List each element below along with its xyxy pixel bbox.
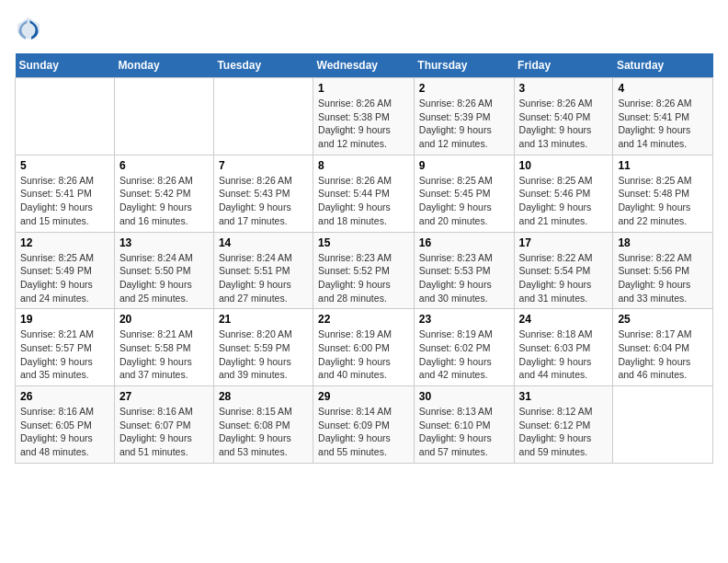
day-number: 30 bbox=[419, 390, 509, 403]
day-info: Sunrise: 8:17 AM Sunset: 6:04 PM Dayligh… bbox=[618, 327, 708, 382]
weekday-header-wednesday: Wednesday bbox=[313, 53, 415, 78]
calendar-cell: 10Sunrise: 8:25 AM Sunset: 5:46 PM Dayli… bbox=[514, 155, 613, 232]
day-number: 10 bbox=[519, 159, 609, 172]
day-number: 12 bbox=[20, 236, 109, 249]
day-info: Sunrise: 8:18 AM Sunset: 6:03 PM Dayligh… bbox=[519, 327, 609, 382]
calendar-cell: 3Sunrise: 8:26 AM Sunset: 5:40 PM Daylig… bbox=[514, 78, 613, 155]
day-number: 22 bbox=[318, 313, 409, 326]
calendar-cell: 28Sunrise: 8:15 AM Sunset: 6:08 PM Dayli… bbox=[213, 386, 313, 464]
day-number: 2 bbox=[419, 82, 509, 95]
day-number: 18 bbox=[618, 236, 708, 249]
calendar-cell: 27Sunrise: 8:16 AM Sunset: 6:07 PM Dayli… bbox=[114, 386, 213, 464]
day-info: Sunrise: 8:25 AM Sunset: 5:49 PM Dayligh… bbox=[20, 251, 109, 305]
day-number: 5 bbox=[20, 159, 109, 172]
day-number: 15 bbox=[318, 236, 409, 249]
day-number: 17 bbox=[519, 236, 609, 249]
calendar-cell: 6Sunrise: 8:26 AM Sunset: 5:42 PM Daylig… bbox=[114, 155, 213, 232]
day-info: Sunrise: 8:20 AM Sunset: 5:59 PM Dayligh… bbox=[219, 327, 308, 382]
day-info: Sunrise: 8:24 AM Sunset: 5:50 PM Dayligh… bbox=[119, 251, 209, 305]
day-info: Sunrise: 8:23 AM Sunset: 5:52 PM Dayligh… bbox=[318, 251, 409, 305]
day-info: Sunrise: 8:21 AM Sunset: 5:58 PM Dayligh… bbox=[119, 327, 209, 382]
day-number: 13 bbox=[119, 236, 209, 249]
day-number: 7 bbox=[219, 159, 308, 172]
weekday-header-tuesday: Tuesday bbox=[213, 53, 313, 78]
day-number: 27 bbox=[119, 390, 209, 403]
day-info: Sunrise: 8:13 AM Sunset: 6:10 PM Dayligh… bbox=[419, 405, 509, 459]
calendar-week-row: 12Sunrise: 8:25 AM Sunset: 5:49 PM Dayli… bbox=[16, 232, 713, 309]
day-info: Sunrise: 8:26 AM Sunset: 5:42 PM Dayligh… bbox=[119, 174, 209, 228]
calendar-week-row: 19Sunrise: 8:21 AM Sunset: 5:57 PM Dayli… bbox=[16, 309, 713, 386]
day-info: Sunrise: 8:24 AM Sunset: 5:51 PM Dayligh… bbox=[219, 251, 308, 305]
day-info: Sunrise: 8:15 AM Sunset: 6:08 PM Dayligh… bbox=[219, 405, 308, 459]
day-info: Sunrise: 8:19 AM Sunset: 6:00 PM Dayligh… bbox=[318, 327, 409, 382]
day-number: 24 bbox=[519, 313, 609, 326]
weekday-header-row: SundayMondayTuesdayWednesdayThursdayFrid… bbox=[16, 53, 713, 78]
calendar-cell: 19Sunrise: 8:21 AM Sunset: 5:57 PM Dayli… bbox=[16, 309, 115, 386]
calendar-cell: 1Sunrise: 8:26 AM Sunset: 5:38 PM Daylig… bbox=[313, 78, 415, 155]
day-info: Sunrise: 8:16 AM Sunset: 6:07 PM Dayligh… bbox=[119, 405, 209, 459]
day-info: Sunrise: 8:25 AM Sunset: 5:45 PM Dayligh… bbox=[419, 174, 509, 228]
logo-icon bbox=[15, 15, 42, 42]
calendar-cell: 4Sunrise: 8:26 AM Sunset: 5:41 PM Daylig… bbox=[613, 78, 713, 155]
day-info: Sunrise: 8:26 AM Sunset: 5:41 PM Dayligh… bbox=[20, 174, 109, 228]
day-number: 31 bbox=[519, 390, 609, 403]
calendar-cell: 18Sunrise: 8:22 AM Sunset: 5:56 PM Dayli… bbox=[613, 232, 713, 309]
day-number: 3 bbox=[519, 82, 609, 95]
day-number: 14 bbox=[219, 236, 308, 249]
calendar-cell bbox=[114, 78, 213, 155]
day-info: Sunrise: 8:26 AM Sunset: 5:40 PM Dayligh… bbox=[519, 97, 609, 151]
calendar-cell: 9Sunrise: 8:25 AM Sunset: 5:45 PM Daylig… bbox=[414, 155, 514, 232]
day-info: Sunrise: 8:16 AM Sunset: 6:05 PM Dayligh… bbox=[20, 405, 109, 459]
calendar-week-row: 5Sunrise: 8:26 AM Sunset: 5:41 PM Daylig… bbox=[16, 155, 713, 232]
calendar-cell: 26Sunrise: 8:16 AM Sunset: 6:05 PM Dayli… bbox=[16, 386, 115, 464]
calendar-cell: 24Sunrise: 8:18 AM Sunset: 6:03 PM Dayli… bbox=[514, 309, 613, 386]
weekday-header-thursday: Thursday bbox=[414, 53, 514, 78]
calendar-cell: 22Sunrise: 8:19 AM Sunset: 6:00 PM Dayli… bbox=[313, 309, 415, 386]
day-info: Sunrise: 8:25 AM Sunset: 5:48 PM Dayligh… bbox=[618, 174, 708, 228]
calendar-cell bbox=[16, 78, 115, 155]
calendar-cell: 15Sunrise: 8:23 AM Sunset: 5:52 PM Dayli… bbox=[313, 232, 415, 309]
calendar-cell: 31Sunrise: 8:12 AM Sunset: 6:12 PM Dayli… bbox=[514, 386, 613, 464]
calendar-cell: 2Sunrise: 8:26 AM Sunset: 5:39 PM Daylig… bbox=[414, 78, 514, 155]
day-info: Sunrise: 8:12 AM Sunset: 6:12 PM Dayligh… bbox=[519, 405, 609, 459]
day-number: 1 bbox=[318, 82, 409, 95]
day-info: Sunrise: 8:26 AM Sunset: 5:41 PM Dayligh… bbox=[618, 97, 708, 151]
day-info: Sunrise: 8:26 AM Sunset: 5:43 PM Dayligh… bbox=[219, 174, 308, 228]
calendar-cell: 23Sunrise: 8:19 AM Sunset: 6:02 PM Dayli… bbox=[414, 309, 514, 386]
day-number: 28 bbox=[219, 390, 308, 403]
weekday-header-friday: Friday bbox=[514, 53, 613, 78]
calendar-cell: 11Sunrise: 8:25 AM Sunset: 5:48 PM Dayli… bbox=[613, 155, 713, 232]
day-number: 26 bbox=[20, 390, 109, 403]
calendar-cell: 5Sunrise: 8:26 AM Sunset: 5:41 PM Daylig… bbox=[16, 155, 115, 232]
calendar-week-row: 26Sunrise: 8:16 AM Sunset: 6:05 PM Dayli… bbox=[16, 386, 713, 464]
day-info: Sunrise: 8:21 AM Sunset: 5:57 PM Dayligh… bbox=[20, 327, 109, 382]
day-number: 29 bbox=[318, 390, 409, 403]
calendar-cell: 25Sunrise: 8:17 AM Sunset: 6:04 PM Dayli… bbox=[613, 309, 713, 386]
day-number: 6 bbox=[119, 159, 209, 172]
day-info: Sunrise: 8:14 AM Sunset: 6:09 PM Dayligh… bbox=[318, 405, 409, 459]
calendar-cell: 30Sunrise: 8:13 AM Sunset: 6:10 PM Dayli… bbox=[414, 386, 514, 464]
calendar-cell: 7Sunrise: 8:26 AM Sunset: 5:43 PM Daylig… bbox=[213, 155, 313, 232]
day-number: 19 bbox=[20, 313, 109, 326]
day-info: Sunrise: 8:26 AM Sunset: 5:44 PM Dayligh… bbox=[318, 174, 409, 228]
calendar-cell: 13Sunrise: 8:24 AM Sunset: 5:50 PM Dayli… bbox=[114, 232, 213, 309]
day-info: Sunrise: 8:25 AM Sunset: 5:46 PM Dayligh… bbox=[519, 174, 609, 228]
calendar-week-row: 1Sunrise: 8:26 AM Sunset: 5:38 PM Daylig… bbox=[16, 78, 713, 155]
weekday-header-saturday: Saturday bbox=[613, 53, 713, 78]
calendar-cell: 29Sunrise: 8:14 AM Sunset: 6:09 PM Dayli… bbox=[313, 386, 415, 464]
calendar-cell: 20Sunrise: 8:21 AM Sunset: 5:58 PM Dayli… bbox=[114, 309, 213, 386]
calendar-cell: 17Sunrise: 8:22 AM Sunset: 5:54 PM Dayli… bbox=[514, 232, 613, 309]
day-number: 23 bbox=[419, 313, 509, 326]
day-number: 20 bbox=[119, 313, 209, 326]
day-info: Sunrise: 8:23 AM Sunset: 5:53 PM Dayligh… bbox=[419, 251, 509, 305]
day-number: 21 bbox=[219, 313, 308, 326]
logo bbox=[15, 15, 48, 42]
calendar-table: SundayMondayTuesdayWednesdayThursdayFrid… bbox=[15, 53, 713, 464]
page-header bbox=[15, 15, 713, 42]
day-info: Sunrise: 8:22 AM Sunset: 5:54 PM Dayligh… bbox=[519, 251, 609, 305]
day-number: 25 bbox=[618, 313, 708, 326]
day-number: 8 bbox=[318, 159, 409, 172]
weekday-header-sunday: Sunday bbox=[16, 53, 115, 78]
weekday-header-monday: Monday bbox=[114, 53, 213, 78]
day-number: 11 bbox=[618, 159, 708, 172]
